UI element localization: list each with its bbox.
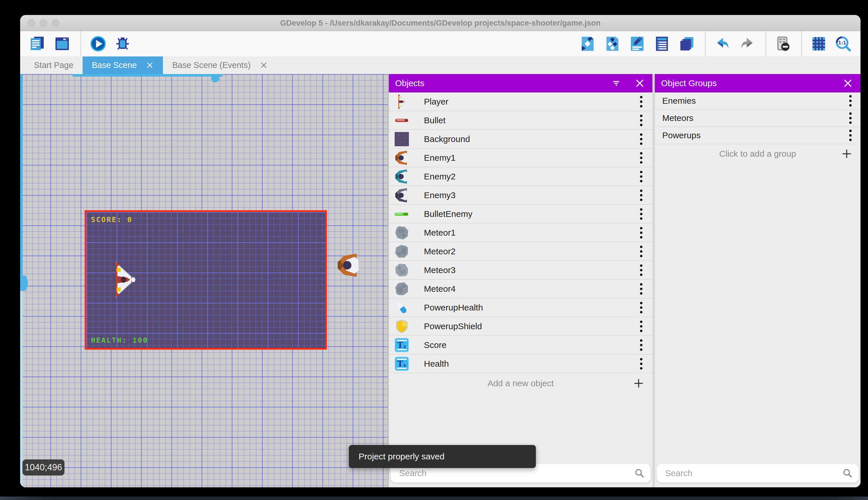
render-options-button[interactable] xyxy=(765,31,793,56)
row-menu-icon[interactable] xyxy=(638,207,644,220)
row-menu-icon[interactable] xyxy=(848,94,853,107)
object-row[interactable]: PowerupHealth xyxy=(389,298,653,317)
save-toast: Project properly saved xyxy=(349,445,536,468)
object-row[interactable]: Enemy3 xyxy=(389,186,653,205)
instances-list-button[interactable] xyxy=(652,31,672,56)
horizontal-scrollbar[interactable] xyxy=(72,74,222,77)
close-tab-icon[interactable] xyxy=(260,61,268,69)
add-object-row[interactable]: Add a new object xyxy=(389,373,653,394)
row-menu-icon[interactable] xyxy=(638,95,644,108)
object-row[interactable]: Bullet xyxy=(389,111,653,130)
start-page-button[interactable] xyxy=(52,31,72,56)
properties-button[interactable] xyxy=(627,31,647,56)
row-menu-icon[interactable] xyxy=(638,263,644,277)
object-label: Meteor3 xyxy=(424,265,456,275)
add-group-icon[interactable] xyxy=(840,147,853,160)
row-menu-icon[interactable] xyxy=(638,226,644,239)
svg-text:1:1: 1:1 xyxy=(838,40,846,46)
health-text-instance[interactable]: HEALTH: 100 xyxy=(91,336,148,344)
row-menu-icon[interactable] xyxy=(638,282,644,296)
object-label: Enemy1 xyxy=(424,153,456,163)
filter-icon[interactable] xyxy=(611,78,621,88)
object-label: Health xyxy=(424,359,449,369)
tab-bar: Start Page Base Scene Base Scene (Events… xyxy=(20,56,860,74)
object-row[interactable]: Enemy2 xyxy=(389,167,653,186)
grid-button[interactable] xyxy=(801,31,829,56)
tab[interactable]: Start Page xyxy=(25,56,83,74)
zoom-1-1-icon: 1:1 xyxy=(834,35,852,53)
vertical-scrollbar-thumb[interactable] xyxy=(20,275,28,291)
object-row[interactable]: Enemy1 xyxy=(389,149,653,167)
add-object-icon[interactable] xyxy=(632,377,645,390)
objects-panel-icon xyxy=(579,35,597,53)
add-object-label: Add a new object xyxy=(488,378,554,388)
title-bar: GDevelop 5 - /Users/dkarakay/Documents/G… xyxy=(20,15,860,31)
toggle-objects-panel-button[interactable] xyxy=(577,31,598,56)
object-row[interactable]: Meteor2 xyxy=(389,242,653,261)
preview-button[interactable] xyxy=(81,31,108,56)
bullet-green-icon xyxy=(394,206,410,222)
row-menu-icon[interactable] xyxy=(638,320,644,333)
toolbar-left-group xyxy=(27,31,133,56)
object-label: Background xyxy=(424,134,470,144)
objects-panel: Objects Player xyxy=(389,74,653,487)
row-menu-icon[interactable] xyxy=(638,170,644,183)
horizontal-scrollbar-thumb[interactable] xyxy=(211,75,219,82)
meteor1-icon xyxy=(394,225,410,240)
row-menu-icon[interactable] xyxy=(638,357,644,371)
close-objects-panel-icon[interactable] xyxy=(635,78,645,88)
row-menu-icon[interactable] xyxy=(638,338,644,352)
text-object-icon: Tx xyxy=(394,337,410,353)
window-title: GDevelop 5 - /Users/dkarakay/Documents/G… xyxy=(20,15,860,31)
text-object-icon: Tx xyxy=(394,356,410,372)
project-manager-button[interactable] xyxy=(27,31,48,56)
groups-search-input[interactable] xyxy=(656,464,859,483)
vertical-scrollbar[interactable] xyxy=(20,74,23,287)
tab[interactable]: Base Scene (Events) xyxy=(163,56,277,74)
object-row[interactable]: Meteor3 xyxy=(389,261,653,280)
object-row[interactable]: Meteor1 xyxy=(389,224,653,242)
layers-button[interactable] xyxy=(676,31,697,56)
row-menu-icon[interactable] xyxy=(638,301,644,314)
group-row[interactable]: Enemies xyxy=(655,92,860,110)
add-group-row[interactable]: Click to add a group xyxy=(655,144,860,163)
object-row[interactable]: Tx Health xyxy=(389,354,653,373)
undo-button[interactable] xyxy=(705,31,733,56)
enemy-instance[interactable] xyxy=(336,252,361,279)
object-row[interactable]: PowerupShield xyxy=(389,317,653,336)
object-row[interactable]: BulletEnemy xyxy=(389,205,653,224)
debug-button[interactable] xyxy=(112,31,133,56)
object-row[interactable]: Background xyxy=(389,130,653,149)
row-menu-icon[interactable] xyxy=(638,133,644,146)
row-menu-icon[interactable] xyxy=(848,112,853,125)
search-icon xyxy=(634,468,645,479)
objects-list: Player Bullet Background xyxy=(389,92,653,373)
object-label: Player xyxy=(424,97,448,106)
layers-icon xyxy=(678,35,696,53)
group-row[interactable]: Powerups xyxy=(655,127,860,144)
open-window-icon xyxy=(53,35,71,53)
object-row[interactable]: Player xyxy=(389,92,653,111)
row-menu-icon[interactable] xyxy=(638,114,644,127)
toggle-object-groups-button[interactable] xyxy=(602,31,623,56)
object-row[interactable]: Tx Score xyxy=(389,336,653,354)
scene-canvas[interactable]: SCORE: 0 HEALTH: 100 1040;496 xyxy=(20,74,388,487)
meteor4-icon xyxy=(394,281,410,297)
row-menu-icon[interactable] xyxy=(638,151,644,164)
object-row[interactable]: Meteor4 xyxy=(389,280,653,298)
enemy2-icon xyxy=(394,169,410,184)
score-text-instance[interactable]: SCORE: 0 xyxy=(91,215,132,224)
object-label: Meteor1 xyxy=(424,228,456,238)
close-tab-icon[interactable] xyxy=(146,61,154,69)
objects-panel-title: Objects xyxy=(395,78,424,88)
tab[interactable]: Base Scene xyxy=(83,56,163,74)
close-groups-panel-icon[interactable] xyxy=(843,78,853,88)
row-menu-icon[interactable] xyxy=(638,189,644,202)
group-row[interactable]: Meteors xyxy=(655,110,860,127)
project-manager-icon xyxy=(28,35,46,53)
row-menu-icon[interactable] xyxy=(848,129,853,142)
row-menu-icon[interactable] xyxy=(638,245,644,258)
player-instance[interactable] xyxy=(112,260,137,299)
zoom-reset-button[interactable]: 1:1 xyxy=(833,31,854,56)
redo-button[interactable] xyxy=(737,31,758,56)
